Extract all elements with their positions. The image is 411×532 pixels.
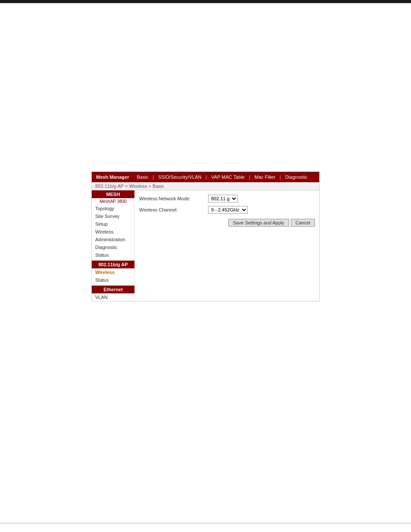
tab-mac-filter[interactable]: Mac Filter <box>251 172 279 182</box>
sidebar-item-status[interactable]: Status <box>92 251 134 259</box>
tab-sep-1: | <box>152 174 155 180</box>
page-wrapper: Mesh Manager Basic | SSID/Security/VLAN … <box>0 0 411 532</box>
sidebar: MESH MeshAP 3800 Topology Site Survey Se… <box>92 190 135 301</box>
wireless-channel-select[interactable]: 9 - 2.452GHz <box>208 206 248 214</box>
sidebar-device-label: MeshAP 3800 <box>92 198 134 205</box>
tab-ssid[interactable]: SSID/Security/VLAN <box>155 172 205 182</box>
sidebar-item-site-survey[interactable]: Site Survey <box>92 212 134 220</box>
wireless-channel-label: Wireless Channel: <box>139 207 208 212</box>
sidebar-item-vlan[interactable]: VLAN <box>92 293 134 301</box>
sidebar-ethernet-header: Ethernet <box>92 286 134 293</box>
main-content: Wireless Network Mode: 802.11 g Wireless… <box>135 190 319 301</box>
sidebar-item-wireless[interactable]: Wireless <box>92 228 134 236</box>
wireless-network-mode-label: Wireless Network Mode: <box>139 196 208 201</box>
sidebar-item-topology[interactable]: Topology <box>92 205 134 212</box>
sidebar-mesh-header: MESH <box>92 190 134 198</box>
bottom-bar <box>0 523 411 523</box>
tab-sep-4: | <box>279 174 282 180</box>
tab-diagnostic[interactable]: Diagnostic <box>282 172 311 182</box>
cancel-button[interactable]: Cancel <box>291 219 315 227</box>
save-settings-button[interactable]: Save Settings and Apply <box>228 219 289 227</box>
panel-title: Mesh Manager <box>92 172 133 182</box>
content-area: Mesh Manager Basic | SSID/Security/VLAN … <box>0 3 411 302</box>
panel-body: MESH MeshAP 3800 Topology Site Survey Se… <box>92 190 319 301</box>
sidebar-item-diagnostic[interactable]: Diagnostic <box>92 243 134 251</box>
top-bar <box>0 0 411 3</box>
breadcrumb: 802.11b/g AP > Wireless > Basic <box>92 182 319 190</box>
panel-tabs: Basic | SSID/Security/VLAN | VAP MAC Tab… <box>133 172 319 182</box>
sidebar-item-ap-wireless[interactable]: Wireless <box>92 268 134 276</box>
sidebar-item-administration[interactable]: Administration <box>92 236 134 243</box>
button-row: Save Settings and Apply Cancel <box>139 219 315 227</box>
sidebar-ap-header: 802.11b/g AP <box>92 261 134 268</box>
main-panel: Mesh Manager Basic | SSID/Security/VLAN … <box>91 171 320 302</box>
wireless-channel-row: Wireless Channel: 9 - 2.452GHz <box>139 206 315 214</box>
panel-header: Mesh Manager Basic | SSID/Security/VLAN … <box>92 172 319 182</box>
sidebar-item-setup[interactable]: Setup <box>92 220 134 228</box>
tab-basic[interactable]: Basic <box>133 172 152 182</box>
tab-sep-3: | <box>248 174 251 180</box>
sidebar-item-ap-status[interactable]: Status <box>92 276 134 284</box>
tab-sep-2: | <box>205 174 208 180</box>
tab-vap-mac-table[interactable]: VAP MAC Table <box>208 172 248 182</box>
wireless-network-mode-row: Wireless Network Mode: 802.11 g <box>139 195 315 202</box>
wireless-network-mode-select[interactable]: 802.11 g <box>208 195 238 202</box>
